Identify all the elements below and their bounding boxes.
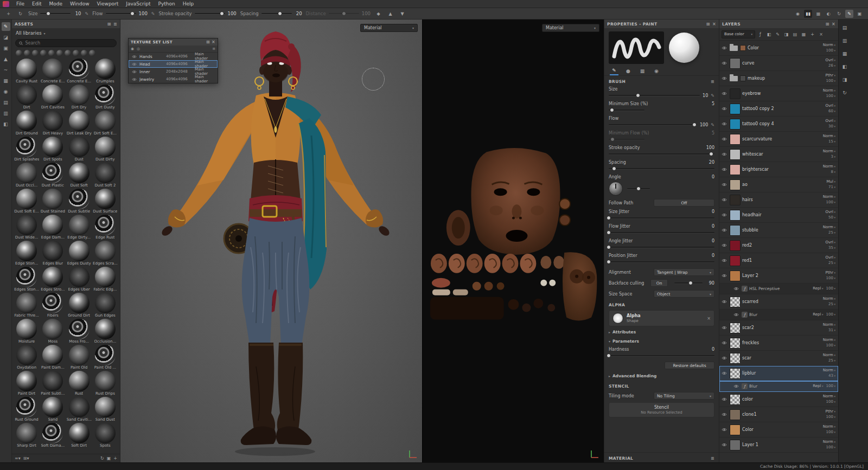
brush-menu-icon[interactable]: ≡	[711, 79, 714, 84]
layer-opacity[interactable]: 71	[826, 185, 835, 190]
stencil-resource-slot[interactable]: Stencil No Resource Selected	[609, 402, 714, 417]
filter-color-lut-icon[interactable]	[81, 50, 87, 56]
asset-item[interactable]: Edges Uber	[67, 267, 92, 293]
asset-item[interactable]: Dirt Spots	[40, 137, 65, 163]
polygon-fill-tool-icon[interactable]: ▲	[2, 55, 10, 63]
layer-opacity[interactable]: 100	[826, 415, 835, 420]
history-tab-icon[interactable]: ↻	[841, 89, 848, 96]
layer-blend-opacity[interactable]: Norm 100	[823, 440, 837, 449]
asset-item[interactable]: Fabric Edg...	[93, 267, 118, 293]
blend-mode[interactable]: Pthr	[826, 73, 835, 78]
follow-path-button[interactable]: Off	[654, 199, 714, 207]
paint-tool-icon[interactable]: ✎	[2, 22, 10, 31]
export-icon[interactable]: ▤	[2, 98, 10, 107]
layer-blend-opacity[interactable]: Norm 100	[823, 43, 837, 53]
layer-opacity[interactable]: 100	[826, 276, 835, 281]
layer-row[interactable]: headhair Ovrl 50	[719, 208, 838, 223]
asset-item[interactable]: Occlusion...	[93, 319, 118, 345]
layer-row[interactable]: Color Norm 100	[719, 41, 838, 56]
asset-item[interactable]: Sand	[40, 397, 65, 423]
delete-layer-icon[interactable]: ×	[818, 31, 825, 38]
grid-view-icon[interactable]: ⊞▾	[23, 456, 29, 461]
blend-mode[interactable]: Ovrl	[825, 58, 835, 63]
filter-materials-icon[interactable]	[16, 50, 22, 56]
layer-blend-opacity[interactable]: Ovrl 25	[825, 255, 837, 265]
layer-opacity[interactable]: 100	[826, 79, 835, 83]
blend-mode[interactable]: Norm	[823, 164, 835, 169]
asset-item[interactable]: Moisture	[14, 319, 39, 345]
blend-mode[interactable]: Mul	[826, 179, 835, 184]
rotate-environment-icon[interactable]: ↻	[835, 10, 843, 18]
stroke-opacity-slider[interactable]	[195, 10, 225, 17]
layer-row[interactable]: stubble Norm 25	[719, 223, 838, 238]
layer-blend-opacity[interactable]: Mul 71	[826, 179, 837, 189]
menu-item[interactable]: JavaScript	[122, 0, 154, 8]
layer-visibility-icon[interactable]	[720, 168, 728, 171]
layer-visibility-icon[interactable]	[720, 371, 728, 375]
layer-row[interactable]: scarcurvature Norm 15	[719, 132, 838, 147]
hardness-slider[interactable]	[609, 352, 714, 359]
alpha-resource-card[interactable]: AlphaShape ×	[609, 310, 714, 326]
layer-row[interactable]: scar2 Norm 31	[719, 320, 838, 336]
blend-mode[interactable]: Repl	[813, 384, 823, 389]
layer-row[interactable]: Layer 1 Norm 100	[719, 437, 838, 453]
dock-assets-icon[interactable]: ⊞	[107, 22, 111, 27]
layer-blend-opacity[interactable]: Ovrl 50	[825, 210, 837, 220]
layer-row[interactable]: hairs Norm 100	[719, 192, 838, 208]
texture-set-visibility-icon[interactable]	[130, 55, 138, 59]
layer-opacity[interactable]: 100	[823, 200, 835, 205]
texture-set-visibility-icon[interactable]	[130, 62, 138, 66]
layer-visibility-icon[interactable]	[720, 152, 728, 156]
flow-slider[interactable]	[609, 121, 697, 128]
menu-item[interactable]: Python	[154, 0, 178, 8]
layer-visibility-icon[interactable]	[720, 213, 728, 217]
layer-row[interactable]: Layer 2 Pthr 100	[719, 268, 838, 284]
layer-visibility-icon[interactable]	[720, 76, 728, 80]
layer-visibility-icon[interactable]	[720, 92, 728, 95]
asset-item[interactable]: Paint Old ...	[93, 345, 118, 371]
layer-blend-opacity[interactable]: Norm 100	[823, 394, 837, 404]
display-mode-icon[interactable]: ▦	[814, 10, 822, 18]
layer-row[interactable]: eyebrow Norm 100	[719, 86, 838, 101]
advanced-blending-collapsible[interactable]: ▸Advanced Blending	[604, 371, 719, 381]
menu-item[interactable]: File	[12, 0, 28, 8]
asset-item[interactable]: Dirt Dusty	[93, 85, 118, 111]
spacing-slider[interactable]	[609, 165, 714, 172]
asset-item[interactable]: Dust Dirty	[93, 137, 118, 163]
asset-item[interactable]: Moss	[40, 319, 65, 345]
layer-row[interactable]: whitescar Norm 3	[719, 147, 838, 162]
layer-row[interactable]: lipblur Norm 43	[719, 366, 838, 381]
asset-item[interactable]: Soft Dama...	[40, 423, 65, 449]
layer-blend-opacity[interactable]: Norm 100	[823, 88, 837, 98]
layer-blend-opacity[interactable]: Repl 100	[813, 286, 837, 291]
layer-visibility-icon[interactable]	[720, 300, 728, 304]
angle-slider[interactable]	[627, 185, 650, 192]
asset-item[interactable]: Rust Ground	[14, 397, 39, 423]
layer-visibility-icon[interactable]	[720, 243, 728, 247]
layer-visibility-icon[interactable]	[720, 341, 728, 345]
menu-item[interactable]: Edit	[28, 0, 45, 8]
search-box[interactable]	[15, 39, 117, 47]
asset-item[interactable]: Paint Dam...	[40, 345, 65, 371]
layer-row[interactable]: ƒ Blur Repl 100	[719, 381, 838, 392]
asset-item[interactable]: Dust Soft	[67, 163, 92, 189]
blend-mode[interactable]: Norm	[823, 88, 835, 93]
asset-item[interactable]: Fabric Thre...	[14, 293, 39, 319]
layer-blend-opacity[interactable]: Ovrl 30	[825, 119, 837, 128]
asset-item[interactable]: Dust Soft E...	[14, 189, 39, 215]
asset-item[interactable]: Moss Fro...	[67, 319, 92, 345]
asset-item[interactable]: Dust	[67, 137, 92, 163]
viewport-3d-material-dropdown[interactable]: Material ▾	[360, 24, 418, 32]
add-layer-icon[interactable]: +	[809, 31, 816, 38]
asset-item[interactable]: Fibers	[40, 293, 65, 319]
layer-visibility-icon[interactable]	[720, 443, 728, 447]
camera-projection-icon[interactable]: ◐	[825, 10, 833, 18]
stencil-tab-icon[interactable]: ▦	[638, 67, 647, 75]
clear-alpha-icon[interactable]: ×	[707, 316, 711, 321]
asset-item[interactable]: Soft Dirt	[67, 423, 92, 449]
asset-item[interactable]: Dust Plastic	[40, 163, 65, 189]
asset-item[interactable]: Concrete E...	[67, 59, 92, 85]
layer-blend-opacity[interactable]: Repl 100	[813, 312, 837, 317]
blend-mode[interactable]: Norm	[823, 43, 835, 48]
menu-item[interactable]: Mode	[46, 0, 67, 8]
